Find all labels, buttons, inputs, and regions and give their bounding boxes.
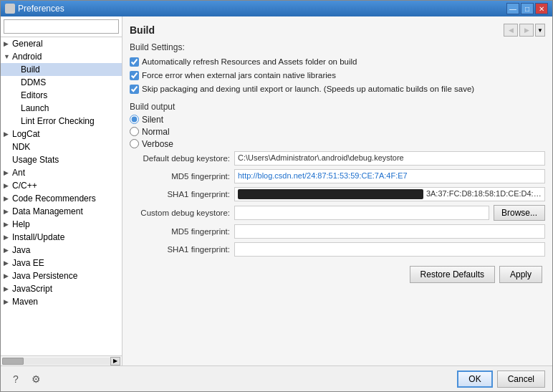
sidebar-item-logcat[interactable]: ▶ LogCat xyxy=(1,128,122,140)
sidebar-item-cpp[interactable]: ▶ C/C++ xyxy=(1,179,122,192)
md5-custom-input[interactable] xyxy=(234,224,545,239)
footer-right: OK Cancel xyxy=(457,371,545,388)
sidebar-item-label: Code Recommenders xyxy=(12,193,96,204)
expand-arrow: ▼ xyxy=(4,53,11,60)
expand-arrow: ▶ xyxy=(4,285,11,292)
scroll-right-arrow[interactable]: ▶ xyxy=(110,357,120,365)
expand-arrow: ▶ xyxy=(4,208,11,215)
cancel-button[interactable]: Cancel xyxy=(497,371,545,388)
sidebar-item-label: Maven xyxy=(12,297,38,307)
sidebar-item-android[interactable]: ▼ Android xyxy=(1,50,122,63)
maximize-button[interactable]: □ xyxy=(521,3,534,14)
radio-row-silent: Silent xyxy=(130,115,545,125)
nav-back-button[interactable]: ◀ xyxy=(504,24,518,37)
sidebar-item-ddms[interactable]: DDMS xyxy=(1,76,122,89)
sidebar-item-linterror[interactable]: Lint Error Checking xyxy=(1,115,122,128)
sidebar-item-label: Android xyxy=(12,52,42,62)
auto-refresh-checkbox[interactable] xyxy=(130,57,139,67)
sidebar-item-label: Ant xyxy=(12,168,25,178)
action-buttons: Restore Defaults Apply xyxy=(130,266,545,283)
sha1-default-value: 3A:37:FC:D8:18:58:1D:CE:D4:B5:CE:1B:D4 xyxy=(234,187,545,201)
restore-defaults-button[interactable]: Restore Defaults xyxy=(410,266,495,283)
spacer xyxy=(4,79,11,86)
footer-left: ? ⚙ xyxy=(8,371,44,387)
sidebar-item-label: C/C++ xyxy=(12,181,37,191)
sidebar-item-ant[interactable]: ▶ Ant xyxy=(1,166,122,179)
radio-row-verbose: Verbose xyxy=(130,139,545,149)
apply-button[interactable]: Apply xyxy=(499,266,542,283)
sidebar-item-label: Help xyxy=(12,219,30,229)
sidebar-item-label: LogCat xyxy=(12,129,40,139)
nav-forward-button[interactable]: ▶ xyxy=(519,24,534,37)
sidebar-item-datamanagement[interactable]: ▶ Data Management xyxy=(1,205,122,218)
help-icon[interactable]: ? xyxy=(8,371,24,387)
minimize-button[interactable]: — xyxy=(506,3,519,14)
sidebar-hscrollbar[interactable]: ▶ xyxy=(1,355,122,365)
silent-radio[interactable] xyxy=(130,115,139,124)
sidebar-item-build[interactable]: Build xyxy=(1,63,122,76)
auto-refresh-label: Automatically refresh Resources and Asse… xyxy=(142,57,357,67)
checkbox-row-3: Skip packaging and dexing until export o… xyxy=(130,84,545,95)
sha1-custom-input[interactable] xyxy=(234,242,545,257)
sidebar-item-javapersistence[interactable]: ▶ Java Persistence xyxy=(1,269,122,282)
sidebar-item-installupdate[interactable]: ▶ Install/Update xyxy=(1,231,122,244)
sidebar-search-area xyxy=(1,16,122,37)
scroll-thumb xyxy=(2,358,24,365)
sidebar-item-label: Build xyxy=(21,64,40,75)
force-error-checkbox[interactable] xyxy=(130,71,139,80)
sidebar-item-launch[interactable]: Launch xyxy=(1,102,122,115)
spacer xyxy=(4,105,11,112)
sha1-visible-text: 3A:37:FC:D8:18:58:1D:CE:D4:B5:CE:1B:D4 xyxy=(426,189,545,198)
right-panel: Build ◀ ▶ ▼ Build Settings: Automaticall… xyxy=(122,16,552,365)
sidebar-item-label: Java xyxy=(12,245,30,255)
spacer xyxy=(4,118,11,125)
nav-dropdown-button[interactable]: ▼ xyxy=(535,24,545,37)
verbose-radio[interactable] xyxy=(130,139,139,148)
preferences-window: Preferences — □ ✕ ▶ General ▼ Android xyxy=(0,0,553,392)
expand-arrow: ▶ xyxy=(4,272,11,279)
checkbox-row-1: Automatically refresh Resources and Asse… xyxy=(130,57,545,67)
skip-packaging-checkbox[interactable] xyxy=(130,85,139,94)
sidebar-item-label: Lint Error Checking xyxy=(21,116,95,126)
expand-arrow: ▶ xyxy=(4,259,11,267)
settings-icon[interactable]: ⚙ xyxy=(28,371,44,387)
window-title: Preferences xyxy=(18,4,64,14)
silent-label: Silent xyxy=(142,115,163,125)
default-debug-value: C:\Users\Administrator\.android\debug.ke… xyxy=(234,151,545,166)
titlebar-title: Preferences xyxy=(5,4,64,14)
sidebar-item-general[interactable]: ▶ General xyxy=(1,37,122,50)
browse-button[interactable]: Browse... xyxy=(494,205,545,221)
md5-custom-row: MD5 fingerprint: xyxy=(130,224,545,239)
spacer xyxy=(4,143,11,150)
sidebar-item-maven[interactable]: ▶ Maven xyxy=(1,295,122,308)
sidebar-item-java[interactable]: ▶ Java xyxy=(1,244,122,257)
sidebar-item-coderecommenders[interactable]: ▶ Code Recommenders xyxy=(1,192,122,205)
sidebar-item-usagestats[interactable]: Usage Stats xyxy=(1,153,122,166)
sidebar-item-javascript[interactable]: ▶ JavaScript xyxy=(1,282,122,295)
sha1-default-row: SHA1 fingerprint: 3A:37:FC:D8:18:58:1D:C… xyxy=(130,187,545,201)
sidebar-item-label: NDK xyxy=(12,142,30,152)
sidebar-item-label: Editors xyxy=(21,90,47,100)
expand-arrow: ▶ xyxy=(4,169,11,176)
sha1-default-label: SHA1 fingerprint: xyxy=(130,190,230,199)
close-button[interactable]: ✕ xyxy=(535,3,548,14)
default-debug-row: Default debug keystore: C:\Users\Adminis… xyxy=(130,151,545,166)
expand-arrow: ▶ xyxy=(4,221,11,228)
expand-arrow: ▶ xyxy=(4,130,11,138)
ok-button[interactable]: OK xyxy=(457,371,492,388)
search-input[interactable] xyxy=(4,19,119,34)
sidebar-item-help[interactable]: ▶ Help xyxy=(1,218,122,231)
sidebar-item-label: General xyxy=(12,39,43,49)
sidebar-item-editors[interactable]: Editors xyxy=(1,89,122,102)
expand-arrow: ▶ xyxy=(4,40,11,47)
expand-arrow: ▶ xyxy=(4,182,11,189)
sidebar-item-javaee[interactable]: ▶ Java EE xyxy=(1,257,122,269)
normal-radio[interactable] xyxy=(130,127,139,136)
expand-arrow: ▶ xyxy=(4,247,11,254)
radio-row-normal: Normal xyxy=(130,127,545,137)
footer-bar: ? ⚙ OK Cancel xyxy=(1,365,552,391)
custom-debug-input[interactable] xyxy=(234,206,489,220)
sha1-custom-row: SHA1 fingerprint: xyxy=(130,242,545,257)
sidebar-item-ndk[interactable]: NDK xyxy=(1,140,122,153)
md5-default-row: MD5 fingerprint: http://blog.csdn.net/24… xyxy=(130,169,545,183)
